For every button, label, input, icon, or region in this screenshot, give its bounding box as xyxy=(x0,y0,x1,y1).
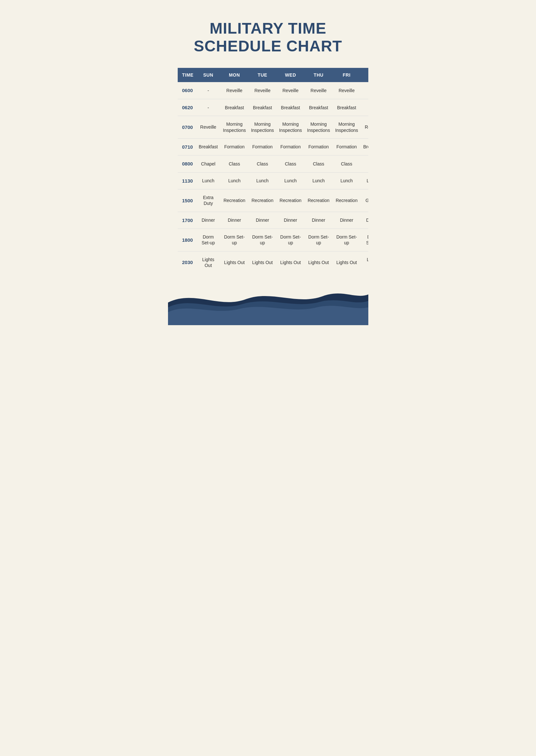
cell-0710-thu: Formation xyxy=(305,138,333,155)
cell-1800-wed: Dorm Set-up xyxy=(277,229,305,251)
cell-2030-tue: Lights Out xyxy=(249,251,277,273)
cell-0800-fri: Class xyxy=(332,155,360,173)
page-title: MILITARY TIME SCHEDULE CHART xyxy=(178,19,359,55)
cell-0700-wed: Morning Inspections xyxy=(277,116,305,138)
cell-1130-tue: Lunch xyxy=(249,172,277,189)
cell-2030-sat: Lights Out xyxy=(360,251,368,273)
time-cell: 0600 xyxy=(178,82,196,99)
cell-0800-wed: Class xyxy=(277,155,305,173)
cell-1800-thu: Dorm Set-up xyxy=(305,229,333,251)
cell-0700-thu: Morning Inspections xyxy=(305,116,333,138)
time-cell: 0710 xyxy=(178,138,196,155)
cell-0800-thu: Class xyxy=(305,155,333,173)
cell-0800-sun: Chapel xyxy=(196,155,220,173)
cell-1130-mon: Lunch xyxy=(220,172,249,189)
table-row: 0620-BreakfastBreakfastBreakfastBreakfas… xyxy=(178,99,368,116)
cell-0600-thu: Reveille xyxy=(305,82,333,99)
cell-1800-sat: Dorm Set-up xyxy=(360,229,368,251)
table-row: 0800ChapelClassClassClassClassClassPE xyxy=(178,155,368,173)
time-cell: 2030 xyxy=(178,251,196,273)
cell-0710-mon: Formation xyxy=(220,138,249,155)
cell-1130-fri: Lunch xyxy=(332,172,360,189)
table-row: 0700ReveilleMorning InspectionsMorning I… xyxy=(178,116,368,138)
cell-2030-fri: Lights Out xyxy=(332,251,360,273)
cell-1700-mon: Dinner xyxy=(220,212,249,229)
cell-1500-thu: Recreation xyxy=(305,189,333,212)
col-tue: TUE xyxy=(249,68,277,82)
cell-0710-sun: Breakfast xyxy=(196,138,220,155)
cell-1700-thu: Dinner xyxy=(305,212,333,229)
cell-1500-mon: Recreation xyxy=(220,189,249,212)
cell-0600-fri: Reveille xyxy=(332,82,360,99)
cell-0710-wed: Formation xyxy=(277,138,305,155)
wave-decoration xyxy=(168,277,368,325)
table-row: 1700DinnerDinnerDinnerDinnerDinnerDinner… xyxy=(178,212,368,229)
cell-1800-tue: Dorm Set-up xyxy=(249,229,277,251)
cell-0700-tue: Morning Inspections xyxy=(249,116,277,138)
cell-0600-wed: Reveille xyxy=(277,82,305,99)
cell-0700-fri: Morning Inspections xyxy=(332,116,360,138)
cell-1700-sat: Dinner xyxy=(360,212,368,229)
cell-1700-wed: Dinner xyxy=(277,212,305,229)
cell-0620-sat: - xyxy=(360,99,368,116)
cell-0700-sat: Reveille xyxy=(360,116,368,138)
cell-1700-tue: Dinner xyxy=(249,212,277,229)
col-sat: SAT xyxy=(360,68,368,82)
table-row: 2030Lights OutLights OutLights OutLights… xyxy=(178,251,368,273)
col-mon: MON xyxy=(220,68,249,82)
cell-1800-sun: Dorm Set-up xyxy=(196,229,220,251)
col-fri: FRI xyxy=(332,68,360,82)
time-cell: 0700 xyxy=(178,116,196,138)
cell-2030-mon: Lights Out xyxy=(220,251,249,273)
col-sun: SUN xyxy=(196,68,220,82)
cell-1130-sun: Lunch xyxy=(196,172,220,189)
cell-0620-mon: Breakfast xyxy=(220,99,249,116)
time-cell: 0800 xyxy=(178,155,196,173)
cell-0710-sat: Breakfast xyxy=(360,138,368,155)
cell-0710-fri: Formation xyxy=(332,138,360,155)
table-row: 1800Dorm Set-upDorm Set-upDorm Set-upDor… xyxy=(178,229,368,251)
cell-0600-sun: - xyxy=(196,82,220,99)
cell-0620-wed: Breakfast xyxy=(277,99,305,116)
cell-2030-thu: Lights Out xyxy=(305,251,333,273)
cell-1500-sat: Games xyxy=(360,189,368,212)
col-wed: WED xyxy=(277,68,305,82)
time-cell: 1500 xyxy=(178,189,196,212)
cell-0800-sat: PE xyxy=(360,155,368,173)
col-thu: THU xyxy=(305,68,333,82)
time-cell: 1800 xyxy=(178,229,196,251)
time-cell: 1700 xyxy=(178,212,196,229)
table-row: 1500Extra DutyRecreationRecreationRecrea… xyxy=(178,189,368,212)
cell-0800-mon: Class xyxy=(220,155,249,173)
table-row: 1130LunchLunchLunchLunchLunchLunchLunch xyxy=(178,172,368,189)
cell-0600-sat: - xyxy=(360,82,368,99)
cell-0600-mon: Reveille xyxy=(220,82,249,99)
cell-0620-thu: Breakfast xyxy=(305,99,333,116)
table-header-row: TIME SUN MON TUE WED THU FRI SAT xyxy=(178,68,368,82)
cell-0700-mon: Morning Inspections xyxy=(220,116,249,138)
cell-1130-thu: Lunch xyxy=(305,172,333,189)
cell-0620-sun: - xyxy=(196,99,220,116)
cell-1800-mon: Dorm Set-up xyxy=(220,229,249,251)
cell-2030-sun: Lights Out xyxy=(196,251,220,273)
cell-0800-tue: Class xyxy=(249,155,277,173)
cell-0600-tue: Reveille xyxy=(249,82,277,99)
cell-1700-fri: Dinner xyxy=(332,212,360,229)
table-row: 0710BreakfastFormationFormationFormation… xyxy=(178,138,368,155)
cell-1130-sat: Lunch xyxy=(360,172,368,189)
cell-0710-tue: Formation xyxy=(249,138,277,155)
cell-1800-fri: Dorm Set-up xyxy=(332,229,360,251)
table-row: 0600-ReveilleReveilleReveilleReveilleRev… xyxy=(178,82,368,99)
cell-1500-sun: Extra Duty xyxy=(196,189,220,212)
cell-1500-fri: Recreation xyxy=(332,189,360,212)
cell-2030-wed: Lights Out xyxy=(277,251,305,273)
cell-1700-sun: Dinner xyxy=(196,212,220,229)
cell-0700-sun: Reveille xyxy=(196,116,220,138)
cell-1130-wed: Lunch xyxy=(277,172,305,189)
time-cell: 0620 xyxy=(178,99,196,116)
cell-1500-wed: Recreation xyxy=(277,189,305,212)
col-time: TIME xyxy=(178,68,196,82)
cell-0620-tue: Breakfast xyxy=(249,99,277,116)
cell-1500-tue: Recreation xyxy=(249,189,277,212)
schedule-table: TIME SUN MON TUE WED THU FRI SAT 0600-Re… xyxy=(178,68,368,273)
